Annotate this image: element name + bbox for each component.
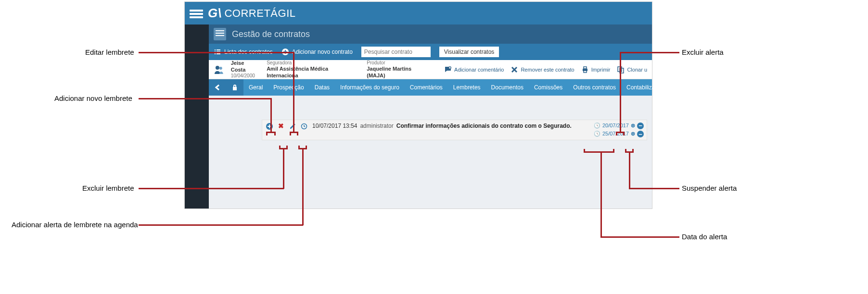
page-title-bar: Gestão de contratos — [209, 24, 652, 44]
logo-mark-icon: G\ — [208, 6, 221, 21]
printer-icon — [581, 66, 589, 74]
x-icon — [511, 66, 518, 74]
alert-date: 20/07/2017 — [602, 122, 629, 129]
line — [283, 149, 284, 189]
add-reminder-button[interactable] — [265, 122, 274, 131]
line — [139, 224, 303, 226]
tab-info-seguro[interactable]: Informações do seguro — [335, 79, 405, 96]
clone-button[interactable]: Clonar u — [617, 66, 647, 74]
line — [600, 236, 679, 238]
calendar-alert-icon — [301, 123, 307, 130]
tab-prospeccao[interactable]: Prospecção — [268, 79, 309, 96]
reminder-description: Confirmar informações adicionais do cont… — [396, 122, 588, 130]
alert-item: 🕓 20/07/2017 ⊗ − — [594, 122, 644, 129]
content-area: ✖ 10/07/2017 13:54 administrator Confirm… — [209, 96, 652, 145]
reminder-user: administrator — [360, 122, 393, 130]
line — [139, 188, 284, 189]
pencil-icon — [289, 123, 296, 130]
tabs-row: Geral Prospecção Datas Informações do se… — [209, 79, 652, 96]
clock-icon: 🕓 — [594, 122, 600, 129]
producer-value: Jaqueline Martins (MAJA) — [367, 66, 431, 78]
svg-point-2 — [219, 67, 222, 70]
line — [620, 52, 679, 53]
callout-add: Adicionar novo lembrete — [54, 94, 132, 102]
bracket — [266, 132, 276, 135]
clone-label: Clonar u — [627, 67, 647, 73]
page-title: Gestão de contratos — [232, 29, 310, 39]
brand-logo: G\ CORRETÁGIL — [208, 6, 295, 21]
print-label: Imprimir — [591, 67, 611, 73]
delete-reminder-button[interactable]: ✖ — [277, 122, 285, 131]
callout-alert-date: Data do alerta — [682, 233, 727, 241]
remove-contract-button[interactable]: Remover este contrato — [511, 66, 574, 74]
callout-suspend-alert: Suspender alerta — [682, 184, 737, 192]
producer-block: Produtor Jaqueline Martins (MAJA) — [367, 60, 431, 78]
bracket — [290, 132, 298, 135]
callout-exclude-alert: Excluir alerta — [682, 48, 724, 56]
tab-geral[interactable]: Geral — [243, 79, 268, 96]
client-date: 10/04/2000 — [231, 73, 260, 79]
reminder-datetime: 10/07/2017 13:54 — [312, 122, 357, 130]
context-row: Jeise Costa 10/04/2000 Seguradora Amil A… — [209, 60, 652, 79]
svg-rect-9 — [233, 87, 237, 90]
tab-lembretes[interactable]: Lembretes — [448, 79, 486, 96]
client-name: Jeise Costa — [231, 60, 260, 73]
suspend-alert-button[interactable]: − — [637, 131, 644, 137]
schedule-alert-button[interactable] — [300, 122, 308, 131]
svg-rect-5 — [584, 67, 587, 69]
callout-edit: Editar lembrete — [85, 48, 134, 56]
plus-circle-icon — [266, 122, 273, 130]
line — [139, 98, 271, 99]
delete-alert-button[interactable]: ⊗ — [631, 122, 635, 129]
line — [629, 188, 679, 189]
bracket — [584, 149, 614, 153]
tab-documentos[interactable]: Documentos — [486, 79, 529, 96]
insurer-block: Seguradora Amil Assistência Médica Inter… — [267, 60, 360, 78]
clock-icon: 🕓 — [594, 130, 600, 137]
search-input[interactable] — [361, 47, 431, 57]
svg-rect-6 — [584, 71, 587, 73]
tab-comentarios[interactable]: Comentários — [405, 79, 448, 96]
tab-datas[interactable]: Datas — [309, 79, 335, 96]
add-comment-button[interactable]: Adicionar comentário — [444, 66, 504, 74]
add-comment-label: Adicionar comentário — [454, 67, 504, 73]
bracket — [298, 146, 307, 149]
bracket — [616, 132, 625, 135]
producer-label: Produtor — [367, 60, 431, 66]
top-bar: G\ CORRETÁGIL — [185, 2, 652, 24]
tab-contabilizacao[interactable]: Contabilizaç — [621, 79, 663, 96]
line — [270, 98, 272, 132]
back-tab[interactable] — [209, 79, 226, 96]
app-window: G\ CORRETÁGIL Gestão de contratos Lista … — [184, 1, 652, 209]
insurer-value: Amil Assistência Médica Internaciona — [267, 66, 360, 78]
delete-alert-button[interactable]: ⊗ — [631, 130, 635, 137]
comment-plus-icon — [444, 66, 452, 74]
client-block: Jeise Costa 10/04/2000 — [231, 60, 260, 78]
line — [302, 149, 304, 225]
line — [620, 52, 621, 132]
line — [293, 52, 294, 132]
line — [139, 52, 294, 53]
lock-icon — [231, 84, 238, 91]
insurer-label: Seguradora — [267, 60, 360, 66]
suspend-alert-button[interactable]: − — [637, 122, 644, 129]
lock-tab[interactable] — [226, 79, 243, 96]
bracket — [625, 149, 634, 153]
menu-icon[interactable] — [190, 8, 203, 19]
print-button[interactable]: Imprimir — [581, 66, 611, 74]
tab-outros[interactable]: Outros contratos — [568, 79, 621, 96]
svg-point-1 — [216, 66, 219, 70]
callout-add-alert: Adicionar alerta de lembrete na agenda — [12, 220, 138, 229]
document-icon — [214, 28, 226, 40]
remove-label: Remover este contrato — [521, 67, 574, 73]
view-contracts-button[interactable]: Visualizar contratos — [439, 47, 499, 57]
line — [600, 153, 602, 237]
edit-reminder-button[interactable] — [288, 122, 297, 131]
tab-comissoes[interactable]: Comissões — [529, 79, 568, 96]
bracket — [279, 146, 288, 149]
add-label: Adicionar novo contrato — [292, 49, 353, 55]
reminder-row: ✖ 10/07/2017 13:54 administrator Confirm… — [262, 120, 647, 140]
chevron-left-icon — [214, 84, 221, 91]
line — [629, 153, 630, 189]
people-icon — [214, 64, 224, 75]
